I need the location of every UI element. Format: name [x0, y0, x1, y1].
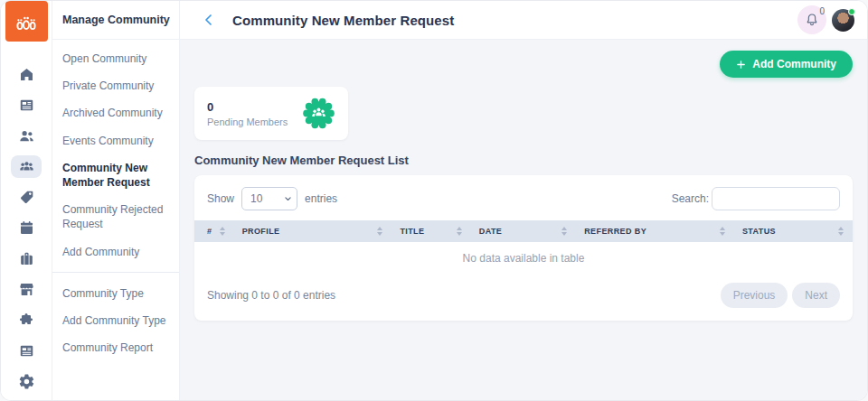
search-label: Search:	[672, 192, 709, 205]
next-button[interactable]: Next	[792, 283, 840, 308]
newsfeed-icon[interactable]	[11, 94, 42, 117]
members-badge-icon	[302, 97, 335, 130]
sidebar-items: Open Community Private Community Archive…	[52, 40, 179, 355]
rail-nav	[11, 63, 42, 393]
add-community-label: Add Community	[752, 58, 836, 70]
list-title: Community New Member Request List	[194, 154, 853, 167]
report-icon[interactable]	[11, 340, 42, 362]
online-status-dot	[848, 8, 855, 15]
request-table: # PROFILE TITLE DATE REFERRED BY STATUS …	[194, 220, 853, 275]
column-header-title[interactable]: TITLE	[392, 220, 470, 242]
stat-texts: 0 Pending Members	[207, 100, 288, 127]
pagination: Previous Next	[721, 283, 840, 308]
column-header-date[interactable]: DATE	[471, 220, 576, 242]
show-label: Show	[207, 192, 234, 205]
entries-summary: Showing 0 to 0 of 0 entries	[207, 289, 335, 302]
sidebar-item-private-community[interactable]: Private Community	[62, 79, 172, 93]
tag-icon[interactable]	[11, 186, 42, 209]
page-body: Add Community 0 Pending Members	[180, 40, 867, 400]
users-icon[interactable]	[11, 125, 42, 147]
empty-row: No data available in table	[194, 242, 853, 275]
column-header-referred-by[interactable]: REFERRED BY	[576, 220, 734, 242]
pending-members-count: 0	[207, 100, 288, 114]
table-header-row: # PROFILE TITLE DATE REFERRED BY STATUS	[194, 220, 853, 242]
sidebar-item-community-rejected-request[interactable]: Community Rejected Request	[62, 202, 172, 231]
community-group-icon[interactable]	[11, 155, 42, 178]
sidebar-divider	[52, 272, 179, 273]
search-input[interactable]	[712, 187, 840, 210]
notifications-button[interactable]: 0	[797, 5, 826, 34]
empty-message: No data available in table	[194, 242, 853, 275]
icon-rail	[1, 1, 52, 400]
sidebar-item-add-community-type[interactable]: Add Community Type	[62, 313, 172, 328]
briefcase-icon[interactable]	[11, 247, 42, 270]
table-search: Search:	[672, 187, 840, 210]
topbar: Community New Member Request 0	[180, 1, 867, 40]
back-button[interactable]	[200, 11, 218, 29]
page-size-select-wrap: 10	[241, 187, 297, 210]
sidebar-item-open-community[interactable]: Open Community	[62, 51, 172, 66]
app-logo[interactable]	[5, 1, 48, 42]
sidebar-item-community-type[interactable]: Community Type	[62, 286, 172, 301]
pending-members-card: 0 Pending Members	[194, 87, 348, 140]
main-content: Community New Member Request 0	[180, 1, 867, 400]
sidebar-item-archived-community[interactable]: Archived Community	[62, 106, 172, 120]
sidebar-item-community-new-member-request[interactable]: Community New Member Request	[62, 161, 172, 190]
page-size-select[interactable]: 10	[241, 187, 297, 210]
sidebar-title: Manage Community	[52, 1, 179, 40]
sort-icon	[377, 227, 384, 236]
request-table-card: Show 10 entries Search:	[194, 175, 853, 321]
entries-label: entries	[305, 192, 337, 205]
table-controls: Show 10 entries Search:	[194, 187, 853, 210]
notification-count-badge: 0	[819, 6, 825, 16]
puzzle-icon[interactable]	[11, 309, 42, 331]
sidebar-menu: Manage Community Open Community Private …	[52, 1, 180, 400]
sort-icon	[220, 227, 227, 236]
page-title: Community New Member Request	[232, 13, 454, 28]
pending-members-label: Pending Members	[207, 117, 288, 127]
action-row: Add Community	[194, 51, 853, 78]
plus-icon	[736, 60, 746, 70]
topbar-actions: 0	[797, 5, 854, 34]
sort-icon	[561, 227, 569, 236]
sort-icon	[457, 227, 464, 236]
community-logo-icon	[13, 8, 40, 35]
bell-icon	[804, 12, 820, 28]
chevron-left-icon	[202, 13, 216, 27]
page-length-control: Show 10 entries	[207, 187, 337, 210]
column-header-status[interactable]: STATUS	[734, 220, 853, 242]
user-avatar[interactable]	[832, 9, 854, 32]
previous-button[interactable]: Previous	[721, 283, 788, 308]
calendar-icon[interactable]	[11, 217, 42, 239]
store-icon[interactable]	[11, 278, 42, 301]
sidebar-item-add-community[interactable]: Add Community	[62, 245, 172, 259]
sort-icon	[720, 227, 727, 236]
sidebar-item-community-report[interactable]: Community Report	[62, 340, 172, 355]
column-header-index[interactable]: #	[194, 220, 234, 242]
add-community-button[interactable]: Add Community	[720, 51, 853, 78]
sidebar-item-events-community[interactable]: Events Community	[62, 134, 172, 148]
home-icon[interactable]	[11, 63, 42, 86]
gear-icon[interactable]	[11, 370, 42, 393]
sort-icon	[838, 227, 845, 236]
app-window: Manage Community Open Community Private …	[0, 0, 868, 401]
column-header-profile[interactable]: PROFILE	[234, 220, 392, 242]
table-footer: Showing 0 to 0 of 0 entries Previous Nex…	[194, 275, 853, 308]
